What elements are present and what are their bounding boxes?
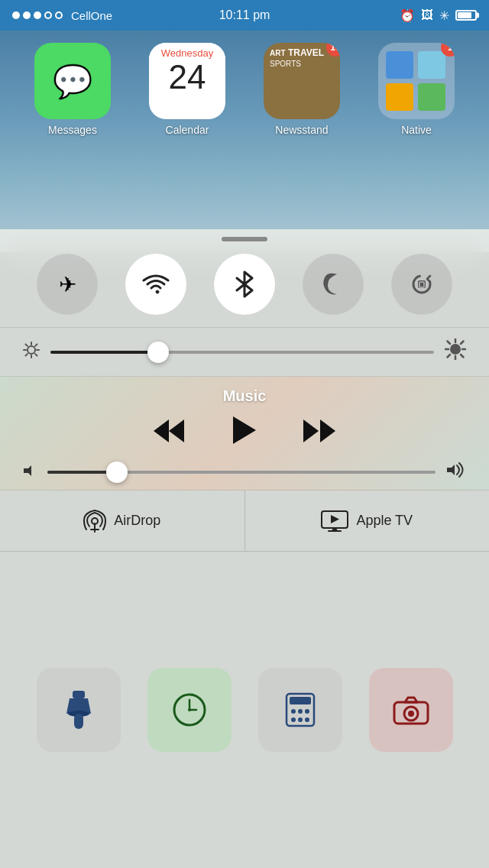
- signal-dot-3: [34, 11, 41, 19]
- svg-point-49: [298, 717, 303, 722]
- svg-marker-34: [331, 515, 339, 523]
- bluetooth-toggle[interactable]: [214, 254, 275, 315]
- svg-point-54: [408, 711, 414, 717]
- signal-dot-1: [12, 11, 20, 19]
- newsstand-label: Newsstand: [275, 124, 328, 136]
- rotation-lock-toggle[interactable]: [391, 254, 452, 315]
- status-time: 10:11 pm: [219, 8, 270, 22]
- carrier-label: CellOne: [71, 9, 112, 22]
- camera-icon: [393, 695, 429, 725]
- volume-high-icon: [446, 462, 466, 482]
- native-label: Native: [401, 124, 432, 136]
- fastforward-button[interactable]: [303, 419, 337, 449]
- signal-dot-2: [23, 11, 31, 19]
- appletv-icon: [321, 510, 348, 532]
- music-section: Music: [0, 377, 489, 491]
- app-item-newsstand[interactable]: ART TRAVEL SPORTS 16 Newsstand: [252, 43, 351, 136]
- svg-point-45: [291, 709, 296, 714]
- bluetooth-status-icon: ✳: [439, 8, 449, 23]
- clock-button[interactable]: [147, 668, 232, 752]
- svg-marker-26: [24, 465, 31, 476]
- brightness-track[interactable]: [50, 351, 434, 354]
- app-item-messages[interactable]: 💬 Messages: [23, 43, 122, 136]
- flashlight-icon: [63, 691, 94, 729]
- svg-point-12: [450, 344, 461, 355]
- svg-rect-35: [73, 691, 85, 698]
- svg-marker-23: [233, 416, 256, 444]
- volume-slider-row: [23, 462, 466, 482]
- appletv-label: Apple TV: [356, 513, 413, 529]
- brightness-fill: [50, 351, 158, 354]
- bluetooth-icon: [234, 270, 255, 298]
- air-row: AirDrop Apple TV: [0, 491, 489, 552]
- battery-indicator: [455, 10, 477, 21]
- brightness-low-icon: [23, 342, 40, 362]
- control-center: ✈: [0, 229, 489, 868]
- appletv-button[interactable]: Apple TV: [245, 491, 490, 551]
- newsstand-app-icon[interactable]: ART TRAVEL SPORTS 16: [264, 43, 340, 119]
- messages-app-icon[interactable]: 💬: [34, 43, 111, 119]
- calendar-app-icon[interactable]: Wednesday 24: [149, 43, 225, 119]
- play-icon: [232, 416, 257, 445]
- calendar-date: 24: [169, 60, 206, 94]
- clock-icon: [172, 692, 207, 727]
- brightness-thumb: [147, 342, 169, 363]
- svg-line-8: [26, 345, 28, 346]
- svg-marker-21: [169, 419, 184, 442]
- svg-marker-27: [447, 465, 455, 475]
- svg-line-20: [448, 355, 451, 358]
- svg-marker-24: [303, 419, 319, 442]
- volume-track[interactable]: [47, 471, 436, 474]
- svg-line-9: [35, 354, 37, 355]
- status-left: CellOne: [12, 9, 112, 22]
- signal-dot-5: [55, 11, 63, 19]
- volume-thumb: [106, 462, 128, 483]
- status-right: ⏰ 🖼 ✳: [400, 8, 477, 23]
- alarm-icon: ⏰: [400, 8, 415, 23]
- svg-marker-22: [154, 419, 169, 442]
- wifi-toggle[interactable]: [125, 254, 186, 315]
- camera-button[interactable]: [369, 668, 453, 752]
- native-app-icon[interactable]: 1: [378, 43, 455, 119]
- svg-point-50: [305, 717, 309, 722]
- app-item-native[interactable]: 1 Native: [367, 43, 466, 136]
- pull-handle-area[interactable]: [0, 229, 489, 246]
- airdrop-button[interactable]: AirDrop: [0, 491, 245, 551]
- donotdisturb-toggle[interactable]: [303, 254, 364, 315]
- media-controls: [23, 416, 466, 452]
- signal-dot-4: [44, 11, 52, 19]
- svg-marker-25: [320, 419, 335, 442]
- rewind-button[interactable]: [152, 419, 186, 449]
- toggle-row: ✈: [0, 246, 489, 328]
- handle-bar: [222, 237, 267, 241]
- svg-point-47: [305, 709, 309, 714]
- airdrop-icon: [83, 510, 106, 533]
- signal-dots: [12, 11, 63, 19]
- flashlight-button[interactable]: [37, 668, 121, 752]
- news-label-sports: SPORTS: [270, 60, 301, 68]
- svg-line-17: [448, 342, 451, 345]
- volume-low-icon: [23, 464, 37, 481]
- app-item-calendar[interactable]: Wednesday 24 Calendar: [138, 43, 237, 136]
- app-row: 💬 Messages Wednesday 24 Calendar ART TRA…: [0, 31, 489, 136]
- airplane-toggle[interactable]: ✈: [37, 254, 98, 315]
- play-button[interactable]: [232, 416, 257, 452]
- svg-line-19: [461, 342, 464, 345]
- shortcuts-row: [0, 552, 489, 868]
- calculator-button[interactable]: [258, 668, 342, 752]
- airplane-icon: ✈: [59, 272, 76, 297]
- home-screen: 💬 Messages Wednesday 24 Calendar ART TRA…: [0, 31, 489, 252]
- svg-line-18: [461, 355, 464, 358]
- svg-rect-44: [290, 697, 311, 704]
- rotation-icon: [409, 271, 435, 297]
- calendar-label: Calendar: [166, 124, 209, 136]
- rewind-icon: [152, 419, 186, 443]
- newsstand-badge: 16: [326, 43, 340, 57]
- status-bar: CellOne 10:11 pm ⏰ 🖼 ✳: [0, 0, 489, 31]
- svg-marker-52: [405, 698, 417, 702]
- svg-line-11: [26, 354, 28, 355]
- brightness-slider-row: [0, 328, 489, 377]
- wifi-icon: [142, 272, 170, 296]
- svg-line-10: [35, 345, 37, 346]
- svg-rect-38: [74, 714, 83, 729]
